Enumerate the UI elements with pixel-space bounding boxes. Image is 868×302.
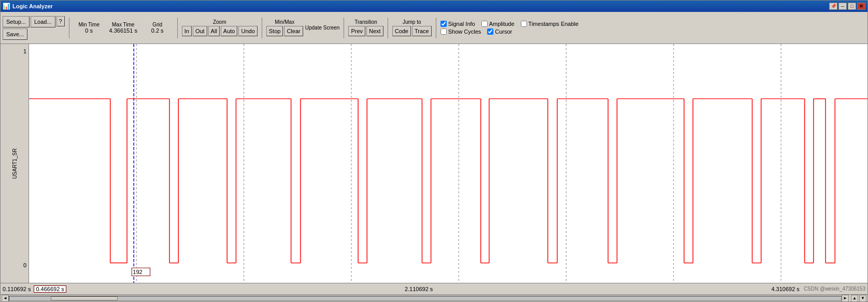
prev-button[interactable]: Prev [348, 26, 365, 36]
zoom-auto-button[interactable]: Auto [221, 26, 238, 36]
file-buttons: Setup... Load... ? Save... [3, 16, 65, 40]
zoom-buttons: In Out All Auto Undo [182, 26, 258, 36]
cursor-time-box: 0.466692 s [34, 285, 66, 293]
signal-bottom-value: 0 [23, 262, 26, 268]
minmax-label: Min/Max [275, 19, 294, 25]
titlebar-controls: 📌 ─ □ ✕ [829, 3, 865, 10]
min-time-label: Min Time [78, 22, 99, 27]
code-button[interactable]: Code [392, 26, 411, 36]
grid-group: Grid 0.2 s [142, 22, 173, 34]
main-area: 1 USART1_SR 0 [1, 44, 867, 283]
titlebar-left: 📊 Logic Analyzer [3, 3, 53, 10]
cursor-checkbox[interactable] [487, 28, 493, 35]
amplitude-checkbox[interactable] [481, 21, 488, 27]
signal-top-value: 1 [23, 48, 26, 54]
trace-button[interactable]: Trace [412, 26, 432, 36]
transition-group: Transition Prev Next [348, 19, 383, 36]
jumpto-group: Jump to Code Trace [392, 19, 432, 36]
help-button[interactable]: ? [56, 16, 65, 26]
sep1 [69, 18, 69, 38]
sep6 [436, 18, 436, 38]
time-right: 4.310692 s [771, 286, 799, 292]
update-buttons: Stop Clear [266, 26, 303, 36]
signal-info-checkbox-label[interactable]: Signal Info [440, 21, 475, 27]
save-button[interactable]: Save... [3, 28, 27, 40]
show-cycles-label: Show Cycles [448, 28, 481, 35]
update-screen-label-group: Update Screen [305, 25, 340, 31]
timestamps-checkbox-label[interactable]: Timestamps Enable [521, 21, 579, 27]
sep5 [388, 18, 388, 38]
scroll-down-button[interactable]: ▼ [859, 295, 866, 302]
scroll-extra-buttons: ▲ ▼ [851, 295, 866, 302]
time-center: 2.110692 s [405, 286, 433, 292]
scroll-up-button[interactable]: ▲ [851, 295, 858, 302]
jumpto-label: Jump to [403, 19, 421, 25]
load-button[interactable]: Load... [31, 16, 55, 27]
amplitude-label: Amplitude [489, 21, 515, 27]
cursor-label: Cursor [495, 28, 512, 35]
sep2 [177, 18, 178, 38]
center-time: 2.110692 s [405, 286, 433, 292]
zoom-label: Zoom [213, 19, 226, 25]
cursor-checkbox-label[interactable]: Cursor [487, 28, 512, 35]
zoom-out-button[interactable]: Out [193, 26, 207, 36]
options-row2: Show Cycles Cursor [440, 28, 579, 35]
cursor-time: 0.466692 s [36, 286, 64, 292]
amplitude-checkbox-label[interactable]: Amplitude [481, 21, 515, 27]
stop-button[interactable]: Stop [266, 26, 283, 36]
signal-labels-panel: 1 USART1_SR 0 [1, 44, 29, 283]
scroll-right-button[interactable]: ► [842, 295, 849, 302]
signal-name: USART1_SR [12, 148, 18, 179]
bottom-right: 4.310692 s CSDN @weixin_47306153 [771, 286, 865, 292]
max-time-group: Max Time 4.366151 s [108, 22, 139, 34]
setup-button[interactable]: Setup... [3, 16, 30, 27]
window-icon: 📊 [3, 3, 10, 10]
svg-rect-0 [29, 44, 867, 283]
clear-button[interactable]: Clear [284, 26, 303, 36]
main-window: 📊 Logic Analyzer 📌 ─ □ ✕ Setup... Load..… [0, 0, 868, 302]
pin-button[interactable]: 📌 [829, 3, 837, 10]
bottom-time-bar: 0.110692 s 0.466692 s 2.110692 s 4.31069… [1, 283, 867, 294]
max-time-value: 4.366151 s [109, 27, 137, 34]
svg-text:192: 192 [133, 269, 143, 275]
scrollbar-track[interactable] [9, 296, 842, 301]
scroll-left-button[interactable]: ◄ [2, 295, 9, 302]
scrollbar-thumb[interactable] [51, 296, 117, 300]
zoom-group: Zoom In Out All Auto Undo [182, 19, 258, 36]
min-time-group: Min Time 0 s [74, 22, 105, 34]
grid-label: Grid [152, 22, 162, 27]
sep4 [344, 18, 344, 38]
jumpto-buttons: Code Trace [392, 26, 432, 36]
waveform-area[interactable]: 192 [29, 44, 867, 283]
restore-button[interactable]: □ [848, 3, 856, 10]
zoom-in-button[interactable]: In [182, 26, 192, 36]
toolbar: Setup... Load... ? Save... Min Time 0 s … [1, 12, 867, 44]
signal-info-label: Signal Info [448, 21, 475, 27]
close-button[interactable]: ✕ [857, 3, 865, 10]
transition-label: Transition [354, 19, 377, 25]
watermark: CSDN @weixin_47306153 [804, 286, 865, 292]
bottom-left: 0.110692 s 0.466692 s [3, 285, 66, 293]
scrollbar-area: ◄ ► ▲ ▼ [1, 294, 867, 301]
zoom-all-button[interactable]: All [208, 26, 220, 36]
options-row1: Signal Info Amplitude Timestamps Enable [440, 21, 579, 27]
minimize-button[interactable]: ─ [838, 3, 847, 10]
grid-value: 0.2 s [151, 27, 164, 34]
waveform-svg: 192 [29, 44, 867, 283]
update-screen-label: Update Screen [305, 25, 340, 31]
titlebar: 📊 Logic Analyzer 📌 ─ □ ✕ [1, 1, 867, 12]
signal-info-checkbox[interactable] [440, 21, 447, 27]
timestamps-checkbox[interactable] [521, 21, 527, 27]
zoom-undo-button[interactable]: Undo [238, 26, 257, 36]
timestamps-label: Timestamps Enable [529, 21, 579, 27]
minmax-update-group: Min/Max Stop Clear [266, 19, 303, 36]
window-title: Logic Analyzer [12, 3, 53, 9]
show-cycles-checkbox-label[interactable]: Show Cycles [440, 28, 481, 35]
sep3 [262, 18, 262, 38]
show-cycles-checkbox[interactable] [440, 28, 447, 35]
next-button[interactable]: Next [366, 26, 383, 36]
min-time-value: 0 s [85, 27, 93, 34]
options-group: Signal Info Amplitude Timestamps Enable … [440, 21, 579, 35]
time-left: 0.110692 s [3, 286, 31, 292]
transition-buttons: Prev Next [348, 26, 383, 36]
